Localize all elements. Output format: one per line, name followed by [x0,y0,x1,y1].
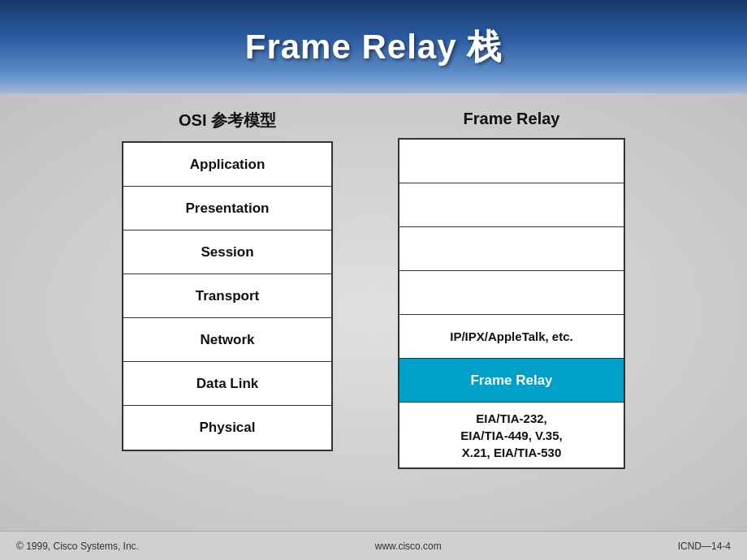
footer: © 1999, Cisco Systems, Inc. www.cisco.co… [0,531,747,560]
osi-row-presentation: Presentation [123,187,331,230]
osi-row-transport: Transport [123,274,331,318]
fr-column: Frame Relay IP/IPX/AppleTalk, etc. Frame… [398,110,625,469]
fr-row-physical: EIA/TIA-232, EIA/TIA-449, V.35, X.21, EI… [399,403,624,467]
footer-slide-number: ICND—14-4 [678,541,731,552]
osi-row-datalink: Data Link [123,362,331,406]
columns-wrapper: OSI 参考模型 Application Presentation Sessio… [32,110,715,469]
osi-table: Application Presentation Session Transpo… [122,141,333,451]
osi-row-session: Session [123,230,331,274]
osi-column: OSI 参考模型 Application Presentation Sessio… [122,110,333,451]
osi-column-title: OSI 参考模型 [179,110,276,131]
page-title: Frame Relay 栈 [245,24,502,70]
fr-row-framerelay: Frame Relay [399,359,624,403]
osi-row-physical: Physical [123,406,331,450]
fr-row-0 [399,140,624,183]
fr-row-1 [399,183,624,227]
footer-website: www.cisco.com [375,541,442,552]
osi-row-network: Network [123,318,331,362]
header: Frame Relay 栈 [0,0,747,93]
fr-row-network: IP/IPX/AppleTalk, etc. [399,315,624,359]
fr-table: IP/IPX/AppleTalk, etc. Frame Relay EIA/T… [398,138,625,469]
content-area: OSI 参考模型 Application Presentation Sessio… [0,93,747,531]
fr-row-3 [399,271,624,315]
fr-row-2 [399,227,624,271]
fr-column-title: Frame Relay [464,110,560,128]
footer-copyright: © 1999, Cisco Systems, Inc. [16,541,139,552]
osi-row-application: Application [123,143,331,187]
